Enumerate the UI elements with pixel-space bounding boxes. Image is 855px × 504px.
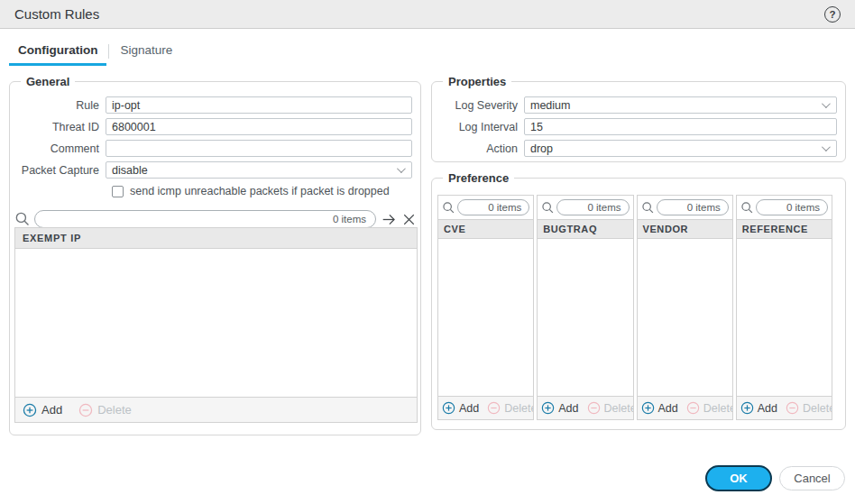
icmp-checkbox-row: send icmp unreachable packets if packet … [112, 183, 420, 199]
clear-filter-close-icon[interactable] [402, 213, 416, 226]
cve-footer: Add Delete [438, 396, 533, 419]
reference-list-body [737, 239, 832, 396]
bugtraq-delete-button[interactable]: Delete [587, 401, 633, 415]
exempt-ip-items-count: 0 items [333, 214, 366, 225]
bugtraq-search-input[interactable]: 0 items [556, 199, 629, 215]
reference-search-input[interactable]: 0 items [756, 199, 828, 215]
cve-column: 0 items CVE Add Delete [437, 195, 534, 420]
help-icon[interactable]: ? [824, 6, 841, 23]
rule-input[interactable] [106, 96, 412, 114]
cve-items-count: 0 items [488, 202, 521, 213]
cve-delete-button[interactable]: Delete [487, 401, 533, 415]
search-icon [541, 201, 555, 215]
minus-circle-icon [786, 401, 799, 415]
reference-column: 0 items REFERENCE Add Delete [736, 195, 832, 420]
plus-circle-icon [23, 403, 37, 417]
reference-footer: Add Delete [737, 396, 832, 419]
tab-configuration[interactable]: Configuration [9, 43, 106, 66]
bugtraq-list-body [538, 239, 632, 396]
exempt-ip-search-input[interactable]: 0 items [34, 210, 376, 228]
delete-button-label: Delete [604, 402, 633, 415]
reference-search-row: 0 items [737, 196, 832, 219]
plus-circle-icon [541, 401, 555, 415]
preference-columns: 0 items CVE Add Delete [437, 195, 832, 420]
reference-items-count: 0 items [786, 202, 820, 213]
log-severity-row: Log Severity medium [437, 96, 837, 114]
exempt-ip-add-button[interactable]: Add [23, 403, 62, 417]
add-button-label: Add [459, 402, 479, 415]
cve-search-input[interactable]: 0 items [457, 199, 529, 215]
vendor-search-input[interactable]: 0 items [657, 199, 729, 215]
log-severity-select[interactable]: medium [524, 96, 837, 114]
ok-button[interactable]: OK [705, 465, 772, 491]
chevron-down-icon [822, 99, 831, 108]
delete-button-label: Delete [97, 403, 132, 417]
general-groupbox: General Rule Threat ID Comment Packet Ca… [9, 81, 421, 435]
reference-column-header[interactable]: REFERENCE [737, 219, 832, 239]
vendor-column-header[interactable]: VENDOR [638, 219, 732, 239]
add-button-label: Add [41, 403, 62, 417]
comment-label: Comment [15, 142, 106, 155]
properties-groupbox: Properties Log Severity medium Log Inter… [431, 81, 846, 162]
packet-capture-select[interactable]: disable [106, 161, 412, 179]
vendor-delete-button[interactable]: Delete [686, 401, 732, 415]
add-button-label: Add [558, 402, 578, 415]
properties-legend: Properties [443, 74, 511, 89]
log-interval-row: Log Interval [437, 118, 837, 135]
bugtraq-items-count: 0 items [587, 202, 621, 213]
vendor-search-row: 0 items [638, 196, 732, 219]
delete-button-label: Delete [703, 402, 732, 415]
bugtraq-column-header[interactable]: BUGTRAQ [538, 219, 632, 239]
threat-id-row: Threat ID [15, 118, 412, 135]
cancel-button[interactable]: Cancel [779, 466, 845, 490]
preference-groupbox: Preference 0 items CVE Add Delete [431, 178, 846, 430]
reference-delete-button[interactable]: Delete [786, 401, 832, 415]
packet-capture-value: disable [112, 164, 148, 177]
cve-add-button[interactable]: Add [442, 401, 479, 415]
search-icon [442, 201, 455, 215]
bugtraq-add-button[interactable]: Add [541, 401, 578, 415]
minus-circle-icon [686, 401, 700, 415]
threat-id-label: Threat ID [15, 121, 106, 133]
threat-id-input[interactable] [106, 118, 412, 135]
chevron-down-icon [397, 164, 406, 173]
tab-signature[interactable]: Signature [111, 43, 181, 66]
delete-button-label: Delete [803, 402, 832, 415]
cve-search-row: 0 items [438, 196, 533, 219]
log-interval-label: Log Interval [437, 121, 524, 133]
vendor-add-button[interactable]: Add [641, 401, 678, 415]
add-button-label: Add [658, 402, 678, 415]
cve-column-header[interactable]: CVE [438, 219, 533, 239]
bugtraq-footer: Add Delete [538, 396, 632, 419]
preference-legend: Preference [443, 170, 514, 186]
delete-button-label: Delete [504, 402, 533, 415]
action-select[interactable]: drop [524, 140, 837, 157]
vendor-column: 0 items VENDOR Add Delete [637, 195, 733, 420]
exempt-ip-column-header[interactable]: EXEMPT IP [15, 228, 417, 249]
bugtraq-column: 0 items BUGTRAQ Add Delete [537, 195, 633, 420]
general-legend: General [21, 74, 75, 89]
reference-add-button[interactable]: Add [740, 401, 777, 415]
comment-input[interactable] [106, 140, 412, 157]
exempt-ip-table: EXEMPT IP Add Delete [14, 227, 418, 423]
minus-circle-icon [487, 401, 501, 415]
rule-label: Rule [15, 99, 106, 112]
search-icon [740, 201, 754, 215]
plus-circle-icon [641, 401, 655, 415]
tab-separator [108, 44, 109, 59]
apply-filter-arrow-icon[interactable] [382, 212, 397, 227]
plus-circle-icon [740, 401, 754, 415]
log-severity-label: Log Severity [437, 99, 524, 112]
exempt-ip-search-row: 0 items [14, 209, 416, 229]
chevron-down-icon [822, 142, 831, 151]
vendor-footer: Add Delete [638, 396, 732, 419]
action-row: Action drop [437, 140, 837, 157]
add-button-label: Add [758, 402, 777, 415]
log-interval-input[interactable] [524, 118, 837, 135]
exempt-ip-table-footer: Add Delete [15, 397, 417, 422]
exempt-ip-delete-button[interactable]: Delete [78, 403, 132, 417]
action-label: Action [437, 142, 524, 155]
icmp-unreachable-checkbox[interactable] [112, 186, 124, 197]
custom-rules-dialog: Custom Rules ? Configuration Signature G… [0, 0, 855, 504]
general-form: Rule Threat ID Comment Packet Capture di… [10, 82, 420, 229]
